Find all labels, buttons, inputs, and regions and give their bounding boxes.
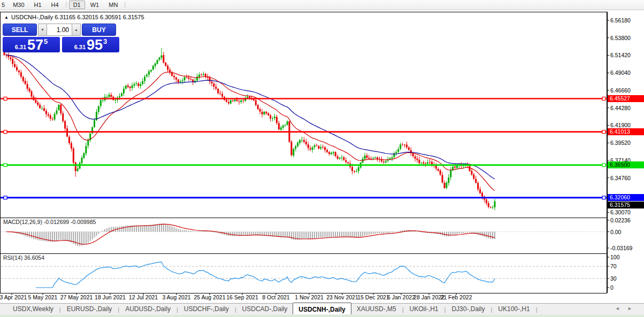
tab-separator: |: [490, 306, 492, 313]
tab-usdcnh-daily[interactable]: USDCNH-,Daily: [293, 303, 351, 314]
price-badge: 6.32060: [608, 194, 644, 201]
axis-tick-label: 6.46660: [610, 87, 631, 94]
rsi-line: [36, 262, 495, 288]
tab-usdchf-daily[interactable]: USDCHF-,Daily: [179, 304, 234, 315]
buy-price-prefix: 6.31: [74, 44, 86, 50]
date-label: 12 Jul 2021: [129, 294, 158, 300]
tab-usdx-weekly[interactable]: USDX,Weekly: [7, 304, 59, 315]
pane-border: [1, 254, 607, 293]
axis-tick-label: 6.30070: [610, 209, 631, 215]
date-label: 8 Oct 2021: [262, 294, 289, 300]
chart-title: ▲USDCNH-,Daily 6.31165 6.32015 6.30591 6…: [4, 14, 144, 20]
tab-usdcad-daily[interactable]: USDCAD-,Daily: [237, 304, 293, 315]
date-label: 13 Apr 2021: [0, 294, 27, 300]
axis-tick-label: 6.34760: [610, 175, 631, 181]
sell-price-sup: 5: [44, 37, 48, 45]
tab-audusd-daily[interactable]: AUDUSD-,Daily: [120, 304, 176, 315]
date-label: 23 Nov 2021: [326, 294, 358, 300]
ma-slow-blue-line: [6, 55, 495, 179]
terminal-window: 5M30H1H4D1W1MN ▲USDCNH-,Daily 6.31165 6.…: [0, 0, 644, 317]
volume-decrease-icon[interactable]: ▼: [38, 24, 47, 36]
level-handle[interactable]: [602, 164, 605, 167]
candles: [4, 48, 496, 210]
axis-tick-label: 30: [610, 275, 617, 282]
axis-tick-label: 6.49040: [610, 69, 631, 76]
sell-price-prefix: 6.31: [15, 44, 26, 50]
date-label: 1 Nov 2021: [295, 294, 324, 300]
tab-separator: |: [118, 306, 119, 313]
volume-increase-icon[interactable]: ▲: [72, 24, 81, 36]
level-handle[interactable]: [602, 97, 605, 100]
axis-tick-label: 70: [610, 263, 617, 269]
level-handle[interactable]: [602, 196, 605, 199]
tab-separator: |: [235, 306, 236, 313]
tab-scroll-arrows[interactable]: ◄ ►: [615, 306, 635, 311]
price-badge: 6.45527: [608, 95, 644, 102]
tab-separator: |: [59, 306, 61, 313]
date-label: 21 Feb 2022: [441, 294, 472, 300]
tab-dj30-daily[interactable]: DJ30-,Daily: [446, 304, 490, 315]
tab-uk100-h1[interactable]: UK100-,H1: [493, 304, 535, 315]
buy-price-sup: 3: [103, 37, 107, 45]
tab-ukoil-h1[interactable]: UKOil-,H1: [404, 304, 444, 315]
bottom-edge: [0, 315, 644, 317]
tab-separator: |: [177, 306, 178, 313]
symbol-ohlc-text: USDCNH-,Daily 6.31165 6.32015 6.30591 6.…: [11, 14, 144, 20]
axis-tick-label: 6.44280: [610, 105, 631, 111]
one-click-trade-panel: SELL ▼ ▲ BUY 6.31575 6.31953: [3, 24, 119, 53]
date-label: 5 May 2021: [28, 294, 58, 300]
axis-tick-label: 0.00: [610, 229, 621, 235]
date-label: 15 Dec 2021: [357, 294, 389, 300]
level-handle[interactable]: [4, 97, 7, 100]
axis-tick-label: 100: [610, 254, 620, 260]
axis-tick-label: -0.03169: [610, 245, 632, 251]
volume-input[interactable]: [47, 24, 72, 36]
axis-tick-label: 6.41900: [610, 122, 631, 128]
tab-separator: |: [444, 306, 446, 313]
buy-price-box[interactable]: 6.31953: [62, 37, 119, 52]
macd-label: MACD(12,26,9) -0.012699 -0.009985: [3, 219, 96, 225]
level-handle[interactable]: [602, 130, 605, 134]
price-badge: 6.36500: [608, 161, 644, 168]
tab-separator: |: [536, 306, 538, 313]
buy-price-big: 95: [87, 38, 103, 52]
date-label: 28 Jan 2022: [413, 294, 444, 300]
level-handle[interactable]: [4, 130, 7, 134]
date-label: 3 Aug 2021: [162, 294, 190, 300]
rsi-label: RSI(14) 36.6054: [3, 254, 44, 261]
date-label: 16 Sep 2021: [226, 294, 258, 300]
price-badge: 6.31575: [608, 202, 644, 208]
chart-tab-bar: USDX,Weekly|EURUSD-,Daily|AUDUSD-,Daily|…: [0, 303, 644, 315]
date-label: 25 Aug 2021: [194, 294, 226, 300]
date-label: 27 May 2021: [60, 294, 93, 300]
level-handle[interactable]: [4, 164, 7, 167]
volume-stepper: ▼ ▲: [38, 24, 81, 36]
axis-tick-label: 6.51420: [610, 52, 631, 58]
sell-price-big: 57: [27, 38, 43, 52]
tab-xauusd-m5[interactable]: XAUUSD-,M5: [351, 304, 402, 315]
axis-tick-label: 6.53800: [610, 35, 631, 41]
axis-tick-label: 6.56180: [610, 17, 631, 24]
level-handle[interactable]: [4, 196, 7, 199]
ma-fast-red-line: [6, 55, 495, 190]
date-label: 18 Jun 2021: [95, 294, 126, 300]
date-label: 6 Jan 2022: [387, 294, 415, 300]
collapse-panel-icon[interactable]: ▲: [4, 15, 9, 20]
sell-price-box[interactable]: 6.31575: [3, 37, 60, 52]
buy-button[interactable]: BUY: [82, 24, 116, 36]
sell-button[interactable]: SELL: [3, 24, 37, 36]
tab-separator: |: [402, 306, 404, 313]
axis-tick-label: 0: [610, 284, 614, 291]
price-badge: 6.41013: [608, 128, 644, 135]
macd-histogram: [4, 223, 495, 246]
axis-tick-label: 6.39520: [610, 140, 631, 146]
tab-eurusd-daily[interactable]: EURUSD-,Daily: [62, 304, 118, 315]
axis-tick-label: 0.02236: [610, 217, 631, 223]
